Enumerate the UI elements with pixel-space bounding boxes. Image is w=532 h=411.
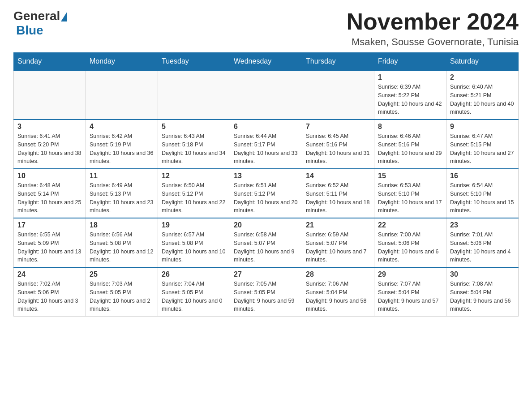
calendar-week-row: 3Sunrise: 6:41 AM Sunset: 5:20 PM Daylig…: [14, 120, 519, 169]
calendar-cell: 19Sunrise: 6:57 AM Sunset: 5:08 PM Dayli…: [158, 218, 230, 267]
calendar-cell: 17Sunrise: 6:55 AM Sunset: 5:09 PM Dayli…: [14, 218, 86, 267]
day-info: Sunrise: 6:40 AM Sunset: 5:21 PM Dayligh…: [450, 83, 515, 116]
calendar-cell: 5Sunrise: 6:43 AM Sunset: 5:18 PM Daylig…: [158, 120, 230, 169]
day-number: 22: [378, 221, 442, 229]
day-number: 29: [378, 270, 442, 278]
day-number: 25: [90, 270, 154, 278]
calendar-cell: [230, 70, 302, 120]
day-number: 19: [162, 221, 226, 229]
day-info: Sunrise: 6:39 AM Sunset: 5:22 PM Dayligh…: [378, 83, 442, 116]
day-number: 6: [234, 123, 298, 131]
day-number: 10: [17, 172, 82, 180]
day-info: Sunrise: 6:49 AM Sunset: 5:13 PM Dayligh…: [90, 181, 154, 215]
calendar-header-saturday: Saturday: [446, 53, 519, 71]
day-info: Sunrise: 6:52 AM Sunset: 5:11 PM Dayligh…: [306, 181, 370, 215]
day-info: Sunrise: 6:51 AM Sunset: 5:12 PM Dayligh…: [234, 181, 298, 215]
day-number: 15: [378, 172, 442, 180]
calendar-header-wednesday: Wednesday: [230, 53, 302, 71]
calendar-cell: 18Sunrise: 6:56 AM Sunset: 5:08 PM Dayli…: [86, 218, 158, 267]
calendar-cell: [86, 70, 158, 120]
calendar-cell: 10Sunrise: 6:48 AM Sunset: 5:14 PM Dayli…: [14, 169, 86, 218]
header: General Blue November 2024 Msaken, Souss…: [13, 9, 519, 48]
day-number: 17: [17, 221, 82, 229]
day-info: Sunrise: 7:01 AM Sunset: 5:06 PM Dayligh…: [450, 231, 515, 264]
day-number: 3: [17, 123, 82, 131]
calendar-cell: 3Sunrise: 6:41 AM Sunset: 5:20 PM Daylig…: [14, 120, 86, 169]
calendar-cell: 8Sunrise: 6:46 AM Sunset: 5:16 PM Daylig…: [374, 120, 446, 169]
calendar-cell: 20Sunrise: 6:58 AM Sunset: 5:07 PM Dayli…: [230, 218, 302, 267]
calendar-cell: [302, 70, 374, 120]
day-info: Sunrise: 6:54 AM Sunset: 5:10 PM Dayligh…: [450, 181, 515, 215]
day-info: Sunrise: 6:58 AM Sunset: 5:07 PM Dayligh…: [234, 231, 298, 264]
calendar-cell: [158, 70, 230, 120]
day-info: Sunrise: 7:05 AM Sunset: 5:05 PM Dayligh…: [234, 280, 298, 313]
calendar-header-friday: Friday: [374, 53, 446, 71]
title-area: November 2024 Msaken, Sousse Governorate…: [347, 9, 519, 48]
day-info: Sunrise: 6:53 AM Sunset: 5:10 PM Dayligh…: [378, 181, 442, 215]
calendar-cell: 26Sunrise: 7:04 AM Sunset: 5:05 PM Dayli…: [158, 267, 230, 317]
calendar-cell: 2Sunrise: 6:40 AM Sunset: 5:21 PM Daylig…: [446, 70, 519, 120]
day-number: 27: [234, 270, 298, 278]
day-info: Sunrise: 7:06 AM Sunset: 5:04 PM Dayligh…: [306, 280, 370, 313]
calendar-cell: 23Sunrise: 7:01 AM Sunset: 5:06 PM Dayli…: [446, 218, 519, 267]
calendar-week-row: 10Sunrise: 6:48 AM Sunset: 5:14 PM Dayli…: [14, 169, 519, 218]
day-number: 12: [162, 172, 226, 180]
calendar-cell: 4Sunrise: 6:42 AM Sunset: 5:19 PM Daylig…: [86, 120, 158, 169]
day-number: 8: [378, 123, 442, 131]
day-number: 24: [17, 270, 82, 278]
calendar-cell: 9Sunrise: 6:47 AM Sunset: 5:15 PM Daylig…: [446, 120, 519, 169]
day-number: 1: [378, 73, 442, 81]
day-info: Sunrise: 6:42 AM Sunset: 5:19 PM Dayligh…: [90, 132, 154, 166]
day-number: 18: [90, 221, 154, 229]
day-number: 2: [450, 73, 515, 81]
day-info: Sunrise: 7:02 AM Sunset: 5:06 PM Dayligh…: [17, 280, 82, 313]
day-info: Sunrise: 7:04 AM Sunset: 5:05 PM Dayligh…: [162, 280, 226, 313]
day-number: 30: [450, 270, 515, 278]
page-title: November 2024: [347, 9, 519, 34]
day-number: 13: [234, 172, 298, 180]
day-info: Sunrise: 6:56 AM Sunset: 5:08 PM Dayligh…: [90, 231, 154, 264]
day-info: Sunrise: 7:00 AM Sunset: 5:06 PM Dayligh…: [378, 231, 442, 264]
day-number: 7: [306, 123, 370, 131]
day-info: Sunrise: 7:07 AM Sunset: 5:04 PM Dayligh…: [378, 280, 442, 313]
calendar-header-thursday: Thursday: [302, 53, 374, 71]
calendar-cell: 14Sunrise: 6:52 AM Sunset: 5:11 PM Dayli…: [302, 169, 374, 218]
day-number: 14: [306, 172, 370, 180]
day-number: 26: [162, 270, 226, 278]
logo-triangle-icon: [61, 12, 67, 21]
calendar-cell: 13Sunrise: 6:51 AM Sunset: 5:12 PM Dayli…: [230, 169, 302, 218]
day-info: Sunrise: 6:44 AM Sunset: 5:17 PM Dayligh…: [234, 132, 298, 166]
calendar-cell: 6Sunrise: 6:44 AM Sunset: 5:17 PM Daylig…: [230, 120, 302, 169]
day-number: 21: [306, 221, 370, 229]
calendar-header-tuesday: Tuesday: [158, 53, 230, 71]
day-info: Sunrise: 7:08 AM Sunset: 5:04 PM Dayligh…: [450, 280, 515, 313]
calendar-cell: 29Sunrise: 7:07 AM Sunset: 5:04 PM Dayli…: [374, 267, 446, 317]
calendar-header-monday: Monday: [86, 53, 158, 71]
day-info: Sunrise: 6:47 AM Sunset: 5:15 PM Dayligh…: [450, 132, 515, 166]
calendar-cell: 16Sunrise: 6:54 AM Sunset: 5:10 PM Dayli…: [446, 169, 519, 218]
logo: General Blue: [13, 9, 68, 38]
calendar-cell: 25Sunrise: 7:03 AM Sunset: 5:05 PM Dayli…: [86, 267, 158, 317]
day-info: Sunrise: 6:48 AM Sunset: 5:14 PM Dayligh…: [17, 181, 82, 215]
day-number: 9: [450, 123, 515, 131]
day-number: 4: [90, 123, 154, 131]
day-info: Sunrise: 6:45 AM Sunset: 5:16 PM Dayligh…: [306, 132, 370, 166]
day-info: Sunrise: 6:41 AM Sunset: 5:20 PM Dayligh…: [17, 132, 82, 166]
logo-general: General: [13, 9, 60, 23]
day-info: Sunrise: 6:55 AM Sunset: 5:09 PM Dayligh…: [17, 231, 82, 264]
day-info: Sunrise: 7:03 AM Sunset: 5:05 PM Dayligh…: [90, 280, 154, 313]
page-subtitle: Msaken, Sousse Governorate, Tunisia: [347, 36, 519, 48]
calendar-cell: 1Sunrise: 6:39 AM Sunset: 5:22 PM Daylig…: [374, 70, 446, 120]
day-info: Sunrise: 6:59 AM Sunset: 5:07 PM Dayligh…: [306, 231, 370, 264]
day-info: Sunrise: 6:43 AM Sunset: 5:18 PM Dayligh…: [162, 132, 226, 166]
day-info: Sunrise: 6:50 AM Sunset: 5:12 PM Dayligh…: [162, 181, 226, 215]
calendar-cell: 27Sunrise: 7:05 AM Sunset: 5:05 PM Dayli…: [230, 267, 302, 317]
calendar-header-sunday: Sunday: [14, 53, 86, 71]
calendar-cell: 15Sunrise: 6:53 AM Sunset: 5:10 PM Dayli…: [374, 169, 446, 218]
calendar-cell: 24Sunrise: 7:02 AM Sunset: 5:06 PM Dayli…: [14, 267, 86, 317]
day-number: 11: [90, 172, 154, 180]
day-number: 23: [450, 221, 515, 229]
calendar-cell: 7Sunrise: 6:45 AM Sunset: 5:16 PM Daylig…: [302, 120, 374, 169]
calendar-cell: 12Sunrise: 6:50 AM Sunset: 5:12 PM Dayli…: [158, 169, 230, 218]
calendar-cell: [14, 70, 86, 120]
